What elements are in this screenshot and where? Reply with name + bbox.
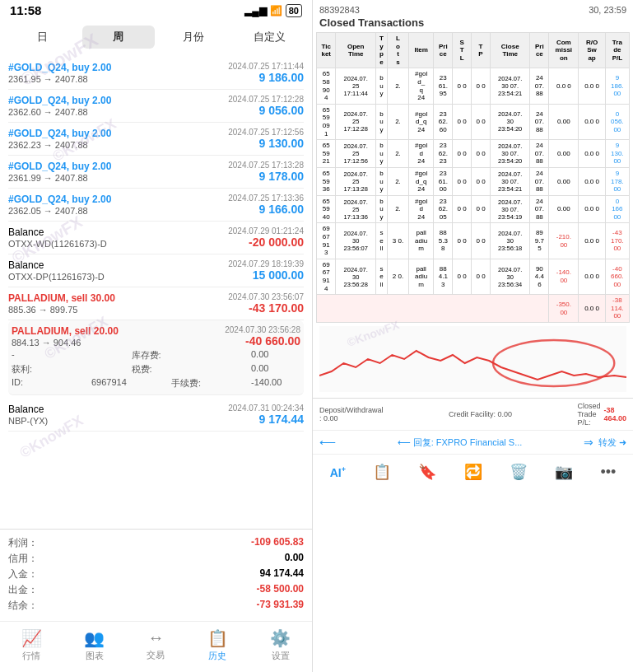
nav-market[interactable]: 📈 行情: [21, 628, 42, 662]
tx-title: Balance: [8, 259, 105, 271]
arrow-right-icon: ⇒: [584, 436, 593, 449]
tab-day[interactable]: 日: [7, 26, 79, 49]
tab-custom[interactable]: 自定义: [233, 26, 305, 49]
forward-button[interactable]: 转发 ➜: [598, 436, 626, 449]
table-row: 65 59 09 1 2024.07. 25 17:12:28 b u y 2.…: [317, 104, 630, 139]
nav-trade[interactable]: ↔️ 交易: [147, 628, 165, 662]
table-row: 69 67 91 3 2024.07. 30 23:56:07 s e ll 3…: [317, 223, 630, 259]
table-row: -350. 00 0.0 0 -38 114. 00: [317, 295, 630, 323]
list-item[interactable]: #GOLD_Q24, buy 2.00 2362.23 → 2407.88 20…: [8, 123, 304, 156]
tx-amount: 15 000.00: [228, 268, 304, 282]
tx-date: 2024.07.29 01:21:24: [228, 226, 304, 236]
table-row: 69 67 91 4 2024.07. 30 23:56:28 s e ll 2…: [317, 259, 630, 294]
tx-price-range: 884.13 → 904.46: [12, 338, 119, 348]
tx-date: 2024.07.25 17:12:28: [228, 95, 304, 104]
tx-sub: OTXX-DP(11261673)-D: [8, 272, 105, 282]
list-item[interactable]: PALLADIUM, sell 20.00 884.13 → 904.46 20…: [8, 320, 304, 395]
tx-date: 2024.07.25 17:11:44: [228, 62, 304, 71]
list-item[interactable]: #GOLD_Q24, buy 2.00 2362.60 → 2407.88 20…: [8, 90, 304, 123]
camera-icon[interactable]: 📷: [552, 461, 576, 483]
table-row: 65 59 36 2024.07. 25 17:13:28 b u y 2. #…: [317, 167, 630, 195]
more-icon[interactable]: •••: [597, 462, 619, 483]
col-item: Item: [408, 33, 433, 68]
reply-text[interactable]: ⟵ 回复: FXPRO Financial S...: [341, 436, 579, 449]
nav-trade-label: 交易: [147, 649, 165, 661]
tx-detail-row3: ID: 6967914 手续费: -140.00: [12, 377, 300, 390]
tx-title: #GOLD_Q24, buy 2.00: [8, 161, 111, 172]
right-header-id: 88392843: [319, 5, 360, 15]
nav-history[interactable]: 📋 历史: [207, 628, 228, 662]
chart-svg: [319, 326, 626, 392]
tx-detail-row: - 库存费: 0.00: [12, 349, 300, 362]
tx-date: 2024.07.29 18:19:39: [228, 259, 304, 268]
tx-amount: -40 660.00: [225, 334, 300, 348]
clipboard-icon[interactable]: 📋: [370, 461, 394, 483]
nav-settings[interactable]: ⚙️ 设置: [270, 628, 291, 662]
ai-plus-button[interactable]: AI+: [327, 464, 349, 481]
tx-title: Balance: [8, 226, 107, 238]
col-type: T y p e: [375, 33, 387, 68]
tx-price-range: 2362.23 → 2407.88: [8, 140, 111, 150]
right-header: 88392843 30, 23:59: [313, 0, 633, 16]
tx-date: 2024.07.25 17:13:36: [228, 194, 304, 203]
table-row: 65 59 21 2024.07. 25 17:12:56 b u y 2. #…: [317, 140, 630, 168]
detail-profit-label: 获利:: [12, 363, 61, 376]
tx-sub: NBP-(YX): [8, 416, 48, 426]
profit-value: -109 605.83: [251, 536, 304, 550]
tx-price-range: 885.36 → 899.75: [8, 305, 115, 315]
tab-month[interactable]: 月份: [158, 26, 230, 49]
transaction-list: #GOLD_Q24, buy 2.00 2361.95 → 2407.88 20…: [0, 54, 312, 529]
col-price: Pri ce: [434, 33, 453, 68]
list-item[interactable]: PALLADIUM, sell 30.00 885.36 → 899.75 20…: [8, 287, 304, 320]
tx-amount: 9 130.00: [228, 137, 304, 150]
status-time: 11:58: [10, 3, 41, 17]
credit-label: Credit Facility: 0.00: [449, 410, 512, 418]
history-icon: 📋: [207, 628, 228, 648]
tab-week[interactable]: 周: [82, 26, 155, 49]
bookmark-icon[interactable]: 🔖: [415, 461, 440, 483]
withdrawal-label: 出金：: [8, 583, 38, 597]
col-swap: R/O Sw ap: [579, 33, 605, 68]
list-item[interactable]: Balance OTXX-DP(11261673)-D 2024.07.29 1…: [8, 254, 304, 287]
col-opentime: Open Time: [336, 33, 375, 68]
signal-icon: ▂▄▆: [244, 5, 267, 16]
list-item[interactable]: Balance OTXX-WD(11261673)-D 2024.07.29 0…: [8, 222, 304, 254]
tx-title: Balance: [8, 404, 48, 415]
col-ticket: Tic ket: [317, 33, 336, 68]
tx-date: 2024.07.25 17:13:28: [228, 161, 304, 170]
closed-pl-label: ClosedTradeP/L:: [577, 402, 600, 427]
chart-area: ©KnowFX: [313, 323, 633, 398]
repeat-icon[interactable]: 🔁: [461, 461, 486, 483]
col-sl: S T L: [453, 33, 472, 68]
nav-chart[interactable]: 👥 图表: [84, 628, 105, 662]
detail-tax-label: 税费:: [132, 363, 181, 376]
bottom-nav: 📈 行情 👥 图表 ↔️ 交易 📋 历史 ⚙️ 设置: [0, 621, 312, 672]
status-bar: 11:58 ▂▄▆ 📶 80: [0, 0, 312, 21]
col-closetime: Close Time: [490, 33, 529, 68]
tx-amount: 9 056.00: [228, 104, 304, 117]
closed-pl-summary: ClosedTradeP/L: -38464.00: [577, 402, 626, 427]
list-item[interactable]: #GOLD_Q24, buy 2.00 2361.95 → 2407.88 20…: [8, 57, 304, 90]
trash-icon[interactable]: 🗑️: [506, 461, 531, 483]
nav-market-label: 行情: [22, 650, 40, 662]
list-item[interactable]: Balance NBP-(YX) 2024.07.31 00:24:34 9 1…: [8, 399, 304, 432]
right-bottom-summary: Deposit/Withdrawal: 0.00 Credit Facility…: [313, 398, 633, 430]
tx-date: 2024.07.30 23:56:28: [225, 325, 300, 334]
tx-amount: -20 000.00: [228, 236, 304, 249]
col-pl: Tra de P/L: [605, 33, 629, 68]
reply-bar: ⟵ ⟵ 回复: FXPRO Financial S... ⇒ 转发 ➜: [313, 430, 633, 454]
credit-summary: Credit Facility: 0.00: [449, 402, 512, 427]
nav-history-label: 历史: [208, 650, 226, 662]
wifi-icon: 📶: [270, 5, 282, 16]
right-toolbar: AI+ 📋 🔖 🔁 🗑️ 📷 •••: [313, 454, 633, 492]
withdrawal-value: -58 500.00: [257, 583, 304, 597]
detail-continue-val: -140.00: [251, 377, 300, 390]
right-panel-title: Closed Transactions: [313, 16, 633, 32]
detail-inventory-label: 库存费:: [132, 349, 181, 362]
deposit-summary: Deposit/Withdrawal: 0.00: [319, 402, 384, 427]
list-item[interactable]: #GOLD_Q24, buy 2.00 2361.99 → 2407.88 20…: [8, 156, 304, 189]
status-icons: ▂▄▆ 📶 80: [244, 4, 302, 17]
balance-label: 结余：: [8, 599, 38, 613]
list-item[interactable]: #GOLD_Q24, buy 2.00 2362.05 → 2407.88 20…: [8, 189, 304, 222]
tx-title: PALLADIUM, sell 30.00: [8, 292, 115, 304]
